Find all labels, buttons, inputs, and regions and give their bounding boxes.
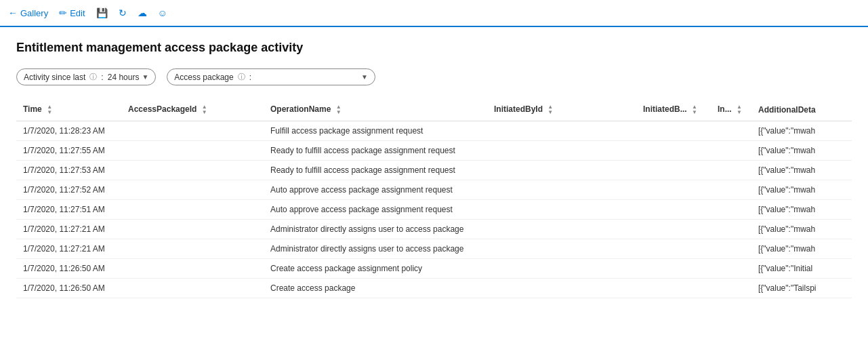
cloud-button[interactable]: ☁ <box>138 7 147 18</box>
cell-time: 1/7/2020, 11:28:23 AM <box>16 121 121 141</box>
sort-icons-initiatedb: ▲▼ <box>692 104 697 115</box>
cell-initiatedById <box>487 180 636 200</box>
cell-accessPackageId <box>121 121 264 141</box>
cell-in <box>711 279 751 298</box>
access-package-input[interactable] <box>255 73 357 82</box>
table-row[interactable]: 1/7/2020, 11:28:23 AMFulfill access pack… <box>16 121 852 141</box>
save-button[interactable]: 💾 <box>96 7 108 18</box>
edit-pencil-icon: ✏ <box>59 7 67 18</box>
table-row[interactable]: 1/7/2020, 11:27:21 AMAdministrator direc… <box>16 239 852 259</box>
cell-initiatedB <box>636 121 711 141</box>
activity-filter-label: Activity since last <box>24 73 85 82</box>
cell-in <box>711 200 751 220</box>
col-header-accesspackageid[interactable]: AccessPackageId ▲▼ <box>121 99 264 121</box>
cell-in <box>711 161 751 180</box>
access-info-icon: ⓘ <box>238 72 245 82</box>
activity-dropdown[interactable]: 24 hours ▼ <box>108 73 149 82</box>
cell-accessPackageId <box>121 200 264 220</box>
cell-initiatedById <box>487 161 636 180</box>
cell-initiatedById <box>487 141 636 161</box>
cell-additionalData: [{"value":"mwah <box>751 200 852 220</box>
cell-operationName: Create access package assignment policy <box>264 259 487 279</box>
cell-accessPackageId <box>121 239 264 259</box>
cell-time: 1/7/2020, 11:27:51 AM <box>16 200 121 220</box>
access-chevron-down-icon: ▼ <box>361 73 368 81</box>
cell-initiatedById <box>487 239 636 259</box>
cell-in <box>711 141 751 161</box>
cell-initiatedById <box>487 259 636 279</box>
table-row[interactable]: 1/7/2020, 11:26:50 AMCreate access packa… <box>16 259 852 279</box>
toolbar: ← Gallery ✏ Edit 💾 ↻ ☁ ☺ <box>0 0 868 27</box>
col-header-additionaldata[interactable]: AdditionalDeta <box>751 99 852 121</box>
sort-icons-operationname: ▲▼ <box>336 104 342 115</box>
cell-in <box>711 220 751 239</box>
table-row[interactable]: 1/7/2020, 11:27:52 AMAuto approve access… <box>16 180 852 200</box>
cell-additionalData: [{"value":"Tailspi <box>751 279 852 298</box>
table-row[interactable]: 1/7/2020, 11:26:50 AMCreate access packa… <box>16 279 852 298</box>
cell-additionalData: [{"value":"mwah <box>751 180 852 200</box>
cell-accessPackageId <box>121 161 264 180</box>
cell-time: 1/7/2020, 11:27:53 AM <box>16 161 121 180</box>
page-content: Entitlement management access package ac… <box>0 27 868 312</box>
col-header-time[interactable]: Time ▲▼ <box>16 99 121 121</box>
col-header-in[interactable]: In... ▲▼ <box>711 99 751 121</box>
cell-time: 1/7/2020, 11:27:52 AM <box>16 180 121 200</box>
cell-time: 1/7/2020, 11:27:55 AM <box>16 141 121 161</box>
table-row[interactable]: 1/7/2020, 11:27:21 AMAdministrator direc… <box>16 220 852 239</box>
cell-accessPackageId <box>121 279 264 298</box>
activity-filter: Activity since last ⓘ : 24 hours ▼ <box>16 68 156 85</box>
cell-time: 1/7/2020, 11:27:21 AM <box>16 239 121 259</box>
cell-additionalData: [{"value":"mwah <box>751 121 852 141</box>
edit-button[interactable]: ✏ Edit <box>59 7 85 18</box>
sort-icons-initiatedbyid: ▲▼ <box>547 104 553 115</box>
activity-table: Time ▲▼ AccessPackageId ▲▼ OperationName… <box>16 99 852 298</box>
activity-value: 24 hours <box>108 73 140 82</box>
cell-accessPackageId <box>121 180 264 200</box>
cell-accessPackageId <box>121 259 264 279</box>
access-package-filter: Access package ⓘ : ▼ <box>167 68 375 85</box>
cell-operationName: Administrator directly assigns user to a… <box>264 220 487 239</box>
cell-operationName: Create access package <box>264 279 487 298</box>
table-row[interactable]: 1/7/2020, 11:27:53 AMReady to fulfill ac… <box>16 161 852 180</box>
col-header-operationname[interactable]: OperationName ▲▼ <box>264 99 487 121</box>
cell-additionalData: [{"value":"mwah <box>751 161 852 180</box>
cell-initiatedB <box>636 161 711 180</box>
cell-initiatedB <box>636 239 711 259</box>
col-header-initiatedb[interactable]: InitiatedB... ▲▼ <box>636 99 711 121</box>
cell-additionalData: [{"value":"mwah <box>751 141 852 161</box>
table-body: 1/7/2020, 11:28:23 AMFulfill access pack… <box>16 121 852 298</box>
cell-initiatedB <box>636 279 711 298</box>
cell-initiatedB <box>636 141 711 161</box>
access-filter-label: Access package <box>174 73 233 82</box>
cell-time: 1/7/2020, 11:26:50 AM <box>16 279 121 298</box>
cell-initiatedById <box>487 279 636 298</box>
cell-additionalData: [{"value":"mwah <box>751 220 852 239</box>
table-row[interactable]: 1/7/2020, 11:27:51 AMAuto approve access… <box>16 200 852 220</box>
cell-in <box>711 121 751 141</box>
activity-colon: : <box>101 73 103 82</box>
cell-in <box>711 239 751 259</box>
sort-icons-accesspackageid: ▲▼ <box>202 104 207 115</box>
cell-additionalData: [{"value":"mwah <box>751 239 852 259</box>
cell-operationName: Administrator directly assigns user to a… <box>264 239 487 259</box>
filters-row: Activity since last ⓘ : 24 hours ▼ Acces… <box>16 68 852 85</box>
cell-additionalData: [{"value":"Initial <box>751 259 852 279</box>
cell-initiatedB <box>636 259 711 279</box>
feedback-button[interactable]: ☺ <box>158 7 167 18</box>
back-gallery-button[interactable]: ← Gallery <box>8 7 48 18</box>
activity-info-icon: ⓘ <box>89 72 97 82</box>
cell-initiatedById <box>487 220 636 239</box>
cell-in <box>711 259 751 279</box>
table-row[interactable]: 1/7/2020, 11:27:55 AMReady to fulfill ac… <box>16 141 852 161</box>
cell-initiatedById <box>487 121 636 141</box>
cell-time: 1/7/2020, 11:27:21 AM <box>16 220 121 239</box>
cell-accessPackageId <box>121 141 264 161</box>
col-header-initiatedbyid[interactable]: InitiatedById ▲▼ <box>487 99 636 121</box>
sort-icons-in: ▲▼ <box>737 104 742 115</box>
activity-chevron-down-icon: ▼ <box>142 73 148 81</box>
cell-operationName: Auto approve access package assignment r… <box>264 200 487 220</box>
edit-label: Edit <box>70 8 85 18</box>
cell-initiatedB <box>636 200 711 220</box>
refresh-button[interactable]: ↻ <box>119 7 127 18</box>
cell-accessPackageId <box>121 220 264 239</box>
